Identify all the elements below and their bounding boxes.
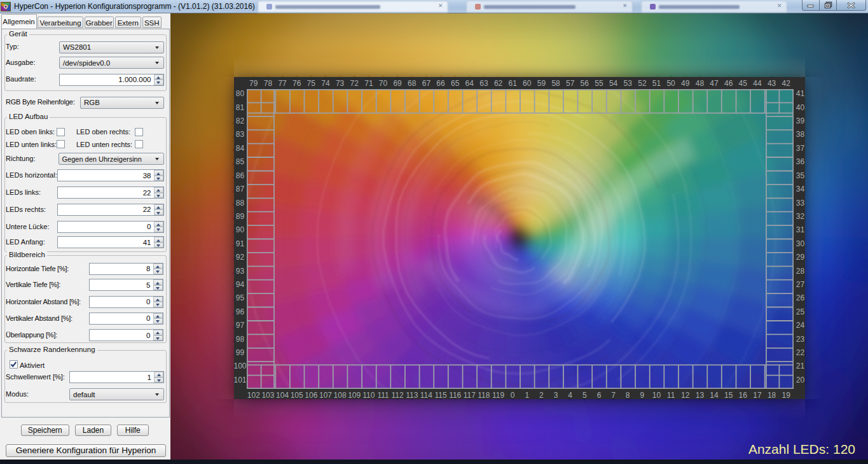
svg-text:54: 54 <box>609 79 618 88</box>
svg-text:97: 97 <box>236 321 245 330</box>
svg-text:72: 72 <box>350 79 359 88</box>
svg-text:104: 104 <box>276 391 289 399</box>
svg-text:84: 84 <box>236 144 245 153</box>
svg-text:119: 119 <box>492 391 504 399</box>
svg-text:67: 67 <box>422 79 431 88</box>
svg-text:16: 16 <box>739 391 748 399</box>
svg-text:50: 50 <box>666 79 675 88</box>
svg-text:26: 26 <box>796 293 805 302</box>
svg-text:87: 87 <box>236 185 245 193</box>
svg-text:82: 82 <box>236 116 245 125</box>
svg-text:42: 42 <box>782 79 791 88</box>
svg-text:98: 98 <box>236 335 245 344</box>
svg-text:80: 80 <box>236 89 245 98</box>
svg-text:102: 102 <box>247 391 260 399</box>
svg-text:38: 38 <box>796 130 805 139</box>
svg-text:77: 77 <box>278 79 287 88</box>
svg-text:14: 14 <box>710 391 719 399</box>
svg-text:21: 21 <box>796 362 805 370</box>
svg-text:47: 47 <box>710 79 719 88</box>
svg-text:53: 53 <box>624 79 633 88</box>
svg-text:57: 57 <box>566 79 575 88</box>
svg-text:89: 89 <box>236 212 245 221</box>
svg-text:43: 43 <box>768 79 776 88</box>
svg-text:32: 32 <box>796 212 805 221</box>
svg-text:34: 34 <box>796 185 805 193</box>
svg-text:55: 55 <box>595 79 603 88</box>
svg-text:91: 91 <box>236 239 245 248</box>
svg-text:65: 65 <box>451 79 460 88</box>
svg-text:3: 3 <box>554 391 558 399</box>
svg-text:40: 40 <box>796 103 805 112</box>
svg-text:35: 35 <box>796 171 805 180</box>
svg-text:66: 66 <box>436 79 445 88</box>
svg-text:117: 117 <box>464 391 476 399</box>
svg-text:24: 24 <box>796 321 805 330</box>
svg-text:33: 33 <box>796 199 805 207</box>
svg-text:105: 105 <box>291 391 303 399</box>
svg-text:61: 61 <box>509 79 518 88</box>
svg-text:22: 22 <box>796 348 805 357</box>
svg-text:28: 28 <box>796 267 805 276</box>
svg-text:70: 70 <box>379 79 388 88</box>
svg-text:103: 103 <box>261 391 274 399</box>
svg-text:118: 118 <box>478 391 490 399</box>
svg-text:69: 69 <box>393 79 402 88</box>
svg-text:99: 99 <box>236 348 245 357</box>
svg-text:10: 10 <box>652 391 661 399</box>
svg-text:6: 6 <box>597 391 602 399</box>
svg-text:108: 108 <box>334 391 347 399</box>
svg-text:12: 12 <box>681 391 690 399</box>
svg-text:41: 41 <box>796 89 805 98</box>
svg-text:63: 63 <box>479 79 488 88</box>
svg-text:2: 2 <box>539 391 544 399</box>
svg-text:73: 73 <box>336 79 345 88</box>
svg-text:64: 64 <box>465 79 474 88</box>
svg-text:112: 112 <box>392 391 404 399</box>
svg-text:115: 115 <box>434 391 446 399</box>
svg-text:109: 109 <box>348 391 361 399</box>
svg-text:94: 94 <box>236 280 245 289</box>
svg-text:51: 51 <box>652 79 661 88</box>
svg-text:59: 59 <box>537 79 546 88</box>
svg-text:113: 113 <box>406 391 418 399</box>
svg-text:17: 17 <box>753 391 762 399</box>
svg-text:56: 56 <box>581 79 589 88</box>
svg-text:114: 114 <box>420 391 432 399</box>
svg-text:37: 37 <box>796 144 805 153</box>
svg-text:93: 93 <box>236 267 245 276</box>
svg-text:96: 96 <box>236 307 245 316</box>
svg-text:76: 76 <box>293 79 301 88</box>
svg-text:30: 30 <box>796 239 805 248</box>
svg-text:18: 18 <box>768 391 776 399</box>
svg-text:45: 45 <box>739 79 748 88</box>
svg-text:23: 23 <box>796 335 805 344</box>
svg-text:85: 85 <box>236 157 245 166</box>
svg-text:48: 48 <box>696 79 705 88</box>
svg-text:58: 58 <box>551 79 560 88</box>
svg-text:92: 92 <box>236 253 245 262</box>
svg-text:25: 25 <box>796 307 805 316</box>
svg-text:71: 71 <box>364 79 373 88</box>
svg-text:46: 46 <box>724 79 733 88</box>
svg-text:75: 75 <box>307 79 316 88</box>
svg-text:60: 60 <box>523 79 532 88</box>
svg-text:49: 49 <box>681 79 690 88</box>
svg-text:5: 5 <box>582 391 587 399</box>
svg-text:9: 9 <box>640 391 645 399</box>
svg-text:107: 107 <box>319 391 332 399</box>
svg-text:110: 110 <box>362 391 375 399</box>
svg-text:95: 95 <box>236 293 245 302</box>
svg-text:36: 36 <box>796 157 805 166</box>
svg-text:86: 86 <box>236 171 245 180</box>
svg-text:29: 29 <box>796 253 805 262</box>
svg-text:52: 52 <box>638 79 647 88</box>
svg-text:15: 15 <box>724 391 733 399</box>
svg-text:100: 100 <box>234 362 247 370</box>
svg-text:0: 0 <box>511 391 515 399</box>
svg-text:13: 13 <box>696 391 705 399</box>
svg-text:74: 74 <box>321 79 330 88</box>
svg-text:31: 31 <box>796 225 805 234</box>
svg-text:8: 8 <box>626 391 630 399</box>
svg-text:88: 88 <box>236 199 245 207</box>
